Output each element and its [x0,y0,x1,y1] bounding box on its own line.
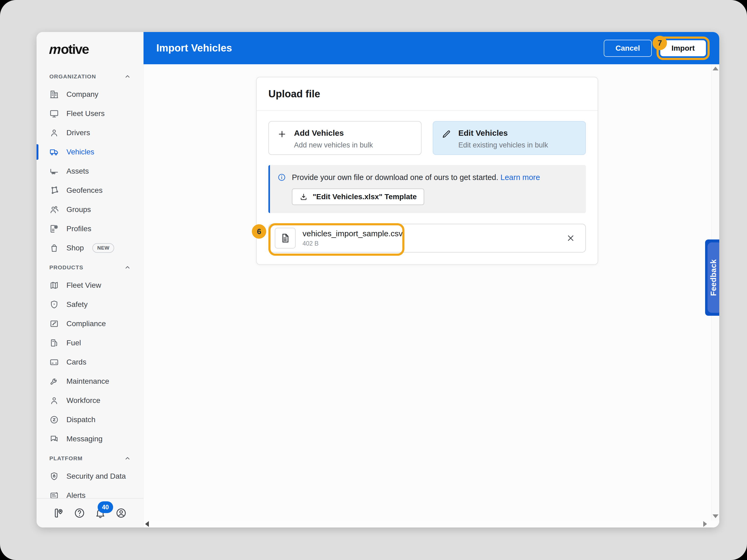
guide-icon[interactable] [53,507,65,519]
scroll-down-arrow-icon[interactable] [713,514,718,518]
sidebar-footer: 40 [36,498,143,528]
sidebar-item-label: Drivers [67,129,90,137]
section-header-products[interactable]: PRODUCTS [36,259,143,276]
sidebar-item-geofences[interactable]: Geofences [36,181,143,200]
help-icon[interactable] [74,507,85,519]
info-banner: Provide your own file or download one of… [268,165,586,213]
sidebar-item-label: Geofences [67,186,102,195]
sidebar-item-label: Assets [67,167,89,176]
clipboard-icon [49,319,59,328]
add-vehicles-option[interactable]: Add Vehicles Add new vehicles in bulk [268,121,421,155]
pencil-icon [441,129,452,139]
section-header-platform[interactable]: PLATFORM [36,450,143,466]
sidebar-item-fleet-users[interactable]: Fleet Users [36,104,143,123]
notification-count-badge: 40 [98,501,113,513]
sidebar-item-drivers[interactable]: Drivers [36,123,143,142]
sidebar-item-dispatch[interactable]: Dispatch [36,410,143,429]
fuel-icon [49,338,59,348]
uploaded-file-row: 6 vehicles_import_sample.csv 402 B [268,224,586,252]
horizontal-scrollbar[interactable] [144,521,719,528]
sidebar-item-maintenance[interactable]: Maintenance [36,372,143,391]
sidebar-item-label: Maintenance [67,377,109,385]
shield-lock-icon [49,472,59,481]
sidebar-item-label: Groups [67,205,91,214]
sidebar-item-security-and-data[interactable]: Security and Data [36,466,143,486]
section-header-organization[interactable]: ORGANIZATION [36,68,143,85]
truck-icon [49,147,59,157]
cancel-button[interactable]: Cancel [604,40,652,57]
main-area: Import Vehicles Cancel Import 7 Upload f… [144,32,719,528]
sidebar-item-company[interactable]: Company [36,85,143,104]
chevron-up-icon [124,454,131,462]
sidebar-item-assets[interactable]: Assets [36,162,143,181]
map-icon [49,281,59,290]
sidebar-item-vehicles[interactable]: Vehicles [36,142,143,162]
plus-icon [277,129,287,139]
option-description: Add new vehicles in bulk [294,141,373,149]
page-title: Import Vehicles [156,43,232,54]
option-description: Edit existing vehicles in bulk [458,141,548,149]
sidebar-item-cards[interactable]: Cards [36,352,143,372]
learn-more-link[interactable]: Learn more [500,173,540,182]
sidebar-item-label: Dispatch [67,416,96,424]
sidebar-item-label: Workforce [67,396,100,405]
option-title: Edit Vehicles [458,129,548,138]
credit-card-icon [49,357,59,367]
download-template-button[interactable]: "Edit Vehicles.xlsx" Template [292,189,424,205]
sidebar: motive ORGANIZATIONCompanyFleet UsersDri… [36,32,144,528]
import-mode-options: Add Vehicles Add new vehicles in bulk Ed… [268,121,586,155]
sidebar-item-label: Vehicles [67,148,94,156]
trailer-icon [49,166,59,176]
motive-logo[interactable]: motive [36,32,143,67]
users-icon [49,205,59,214]
file-name: vehicles_import_sample.csv [303,229,403,238]
sidebar-item-profiles[interactable]: Profiles [36,219,143,238]
sidebar-item-safety[interactable]: Safety [36,295,143,314]
sidebar-item-fleet-view[interactable]: Fleet View [36,276,143,295]
sidebar-item-workforce[interactable]: Workforce [36,391,143,410]
chevron-up-icon [124,73,131,81]
sidebar-nav: ORGANIZATIONCompanyFleet UsersDriversVeh… [36,67,143,498]
sidebar-item-messaging[interactable]: Messaging [36,429,143,449]
chevron-up-icon [124,264,131,271]
remove-file-button[interactable] [566,233,576,243]
logo-text: otive [61,42,88,57]
sidebar-item-compliance[interactable]: Compliance [36,314,143,334]
section-label: PRODUCTS [49,264,83,271]
new-badge: NEW [92,243,114,253]
building-icon [49,89,59,99]
section-label: PLATFORM [49,455,83,461]
annotation-step-6-badge: 6 [252,224,266,239]
sidebar-item-fuel[interactable]: Fuel [36,334,143,352]
dispatch-icon [49,415,59,425]
app-window: motive ORGANIZATIONCompanyFleet UsersDri… [36,32,719,528]
user-icon [49,128,59,138]
card-title: Upload file [257,77,598,111]
sidebar-item-label: Security and Data [67,472,126,481]
upload-file-card: Upload file Add Vehicles Add new vehicle… [256,77,598,265]
page-header: Import Vehicles Cancel Import 7 [144,32,719,64]
scroll-up-arrow-icon[interactable] [713,67,718,71]
sidebar-item-groups[interactable]: Groups [36,200,143,219]
sidebar-item-label: Fleet Users [67,109,105,118]
shield-icon [49,300,59,309]
sidebar-item-label: Profiles [67,224,91,233]
import-button[interactable]: Import [660,40,706,56]
scroll-right-arrow-icon[interactable] [703,521,707,527]
notifications-bell-icon[interactable]: 40 [95,507,106,519]
annotation-step-7-badge: 7 [652,36,667,50]
scroll-left-arrow-icon[interactable] [145,521,149,527]
sidebar-item-label: Cards [67,358,86,366]
polygon-icon [49,186,59,195]
account-icon[interactable] [115,507,127,519]
chat-icon [49,434,59,444]
sidebar-item-alerts[interactable]: Alerts [36,486,143,498]
template-button-label: "Edit Vehicles.xlsx" Template [313,192,417,201]
monitor-icon [49,109,59,118]
feedback-tab[interactable]: Feedback [705,239,719,316]
file-size: 402 B [303,240,403,247]
sidebar-item-shop[interactable]: ShopNEW [36,238,143,258]
edit-vehicles-option[interactable]: Edit Vehicles Edit existing vehicles in … [433,121,586,155]
info-text-wrap: Provide your own file or download one of… [292,172,540,183]
file-meta: vehicles_import_sample.csv 402 B [303,229,403,247]
